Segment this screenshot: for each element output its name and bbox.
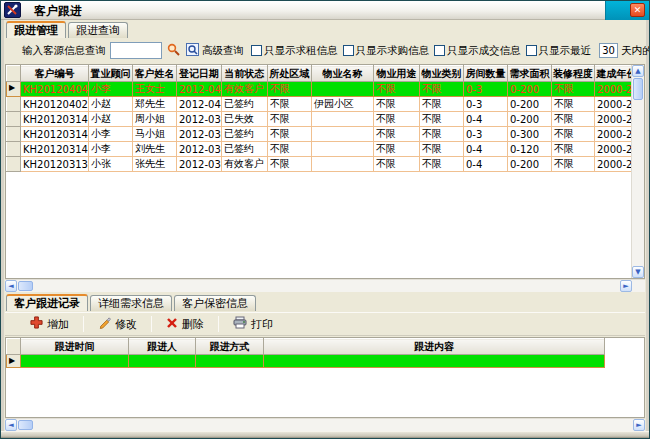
cell[interactable]: 0-200 [508,97,552,112]
column-header[interactable]: 跟进方式 [196,339,264,355]
cell[interactable]: 2012-03-14 [177,127,222,142]
tab-followup-query[interactable]: 跟进查询 [68,22,128,38]
checkbox-recent-only[interactable]: 只显示最近 [526,44,592,58]
cell[interactable]: 已签约 [222,127,268,142]
table-row[interactable]: KH201203130001小张张先生2012-03-13有效客户不限不限不限0… [7,157,632,172]
cell[interactable]: 不限 [420,142,464,157]
scroll-right-icon[interactable]: ► [620,280,632,292]
scroll-down-icon[interactable]: ▼ [632,266,644,278]
cell[interactable]: 有效客户 [222,82,268,97]
column-header[interactable]: 置业顾问 [89,66,133,82]
cell[interactable]: 有效客户 [222,157,268,172]
column-header[interactable]: 客户编号 [21,66,89,82]
cell[interactable]: KH201204040001 [21,82,89,97]
cell[interactable]: 不限 [268,127,312,142]
cell[interactable]: 小张 [89,157,133,172]
checkbox-buy-only[interactable]: 只显示求购信息 [343,44,430,58]
cell[interactable]: 2012-04-02 [177,97,222,112]
cell[interactable]: 周小姐 [133,112,177,127]
checkbox-icon[interactable] [343,45,354,56]
cell[interactable]: 不限 [268,157,312,172]
scroll-left-icon[interactable]: ◄ [5,280,17,292]
scroll-right-icon[interactable]: ► [633,419,645,431]
cell[interactable] [196,355,264,368]
table-row[interactable]: KH201204040001小李王女士2012-04-04有效客户不限不限不限0… [7,82,632,97]
cell[interactable]: 王女士 [133,82,177,97]
cell[interactable]: 2000-2012 [595,112,632,127]
column-header[interactable]: 物业名称 [312,66,374,82]
cell[interactable]: 不限 [268,142,312,157]
cell[interactable]: 不限 [552,97,595,112]
scroll-thumb[interactable] [18,420,33,430]
column-header[interactable]: 当前状态 [222,66,268,82]
add-button[interactable]: 增加 [25,314,74,334]
cell[interactable]: 已失效 [222,112,268,127]
cell[interactable]: 0-4 [464,142,508,157]
cell[interactable]: 已签约 [222,97,268,112]
cell[interactable]: 不限 [552,127,595,142]
column-header[interactable]: 物业类别 [420,66,464,82]
cell[interactable] [312,127,374,142]
search-icon[interactable] [167,43,180,58]
cell[interactable]: 0-200 [508,82,552,97]
cell[interactable]: 0-300 [508,127,552,142]
cell[interactable]: 不限 [268,82,312,97]
cell[interactable]: 刘先生 [133,142,177,157]
cell[interactable]: 不限 [552,112,595,127]
column-header[interactable]: 跟进内容 [264,339,605,355]
checkbox-rent-only[interactable]: 只显示求租信息 [251,44,338,58]
cell[interactable]: 不限 [268,112,312,127]
cell[interactable]: 小李 [89,82,133,97]
cell[interactable]: 已签约 [222,142,268,157]
cell[interactable] [312,142,374,157]
scroll-up-icon[interactable]: ▲ [632,65,644,77]
column-header[interactable]: 跟进人 [129,339,196,355]
cell[interactable]: 小李 [89,142,133,157]
cell[interactable] [312,157,374,172]
cell[interactable]: 0-3 [464,82,508,97]
cell[interactable] [264,355,605,368]
cell[interactable]: 不限 [420,112,464,127]
cell[interactable]: KH201204020001 [21,97,89,112]
cell[interactable]: KH201203140001 [21,142,89,157]
tab-customer-secret[interactable]: 客户保密信息 [174,295,256,311]
cell[interactable]: 0-4 [464,157,508,172]
table-row[interactable]: KH201203140002小李马小姐2012-03-14已签约不限不限不限0-… [7,127,632,142]
checkbox-deal-only[interactable]: 只显示成交信息 [434,44,521,58]
scroll-thumb[interactable] [18,281,33,291]
close-icon[interactable]: ✕ [630,3,645,17]
cell[interactable]: 不限 [374,112,420,127]
cell[interactable]: 0-3 [464,97,508,112]
table-row[interactable]: KH201203140003小赵周小姐2012-03-14已失效不限不限不限0-… [7,112,632,127]
modify-button[interactable]: 修改 [93,314,142,334]
cell[interactable]: 小赵 [89,112,133,127]
column-header[interactable]: 建成年份 [595,66,632,82]
cell[interactable]: 不限 [374,142,420,157]
cell[interactable] [21,355,129,368]
cell[interactable]: 2012-03-14 [177,112,222,127]
table-row[interactable]: KH201204020001小赵郑先生2012-04-02已签约不限伊园小区不限… [7,97,632,112]
scroll-left-icon[interactable]: ◄ [5,419,17,431]
cell[interactable]: 不限 [374,127,420,142]
search-input[interactable] [110,42,162,59]
column-header[interactable]: 客户姓名 [133,66,177,82]
cell[interactable]: 0-120 [508,142,552,157]
column-header[interactable]: 登记日期 [177,66,222,82]
cell[interactable]: KH201203130001 [21,157,89,172]
cell[interactable]: 不限 [552,157,595,172]
print-button[interactable]: 打印 [228,314,278,334]
tab-detail-demand[interactable]: 详细需求信息 [90,295,172,311]
cell[interactable]: 不限 [552,142,595,157]
vertical-scrollbar[interactable]: ▲ ▼ [631,65,644,278]
cell[interactable]: 2000-2012 [595,82,632,97]
cell[interactable] [312,112,374,127]
cell[interactable]: 伊园小区 [312,97,374,112]
days-input[interactable] [599,43,618,58]
column-header[interactable]: 需求面积 [508,66,552,82]
column-header[interactable]: 房间数量 [464,66,508,82]
table-row[interactable]: KH201203140001小李刘先生2012-03-14已签约不限不限不限0-… [7,142,632,157]
tab-followup-records[interactable]: 客户跟进记录 [6,294,88,311]
cell[interactable]: 郑先生 [133,97,177,112]
cell[interactable]: 2000-2012 [595,157,632,172]
horizontal-scrollbar[interactable]: ◄ ► [5,418,645,431]
